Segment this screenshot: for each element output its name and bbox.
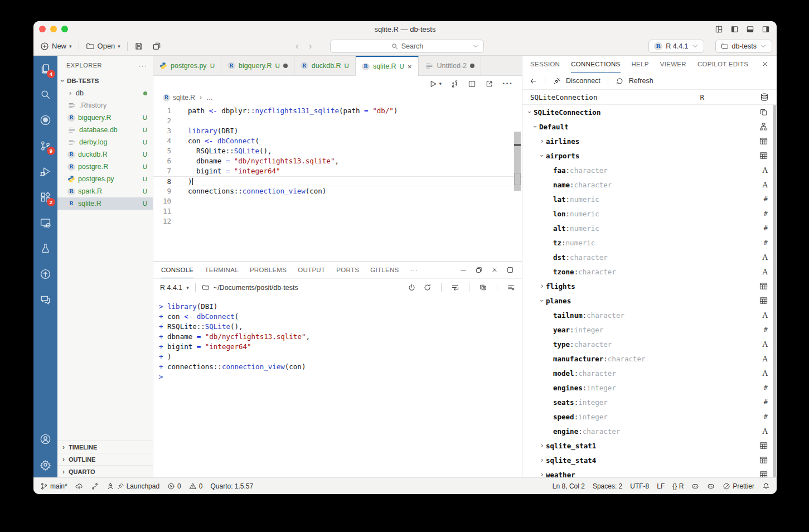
open-in-editor-icon[interactable] (479, 283, 487, 292)
code-line-3[interactable]: 3library(DBI) (153, 126, 522, 136)
activity-item-source-control[interactable]: 9 (33, 133, 57, 158)
chevron-down-icon[interactable]: › (531, 123, 539, 130)
panel-tab-ports[interactable]: PORTS (336, 262, 359, 278)
open-in-new-window-icon[interactable] (485, 80, 493, 88)
panel-tab-gitlens[interactable]: GITLENS (370, 262, 399, 278)
status-language-mode[interactable]: {} R (672, 482, 684, 490)
save-all-button[interactable] (148, 39, 166, 54)
section-quarto[interactable]: ›QUARTO (57, 465, 153, 477)
activity-item-extensions[interactable]: 2 (33, 184, 57, 210)
interpreter-selector[interactable]: R R 4.4.1 (648, 40, 704, 53)
chevron-down-icon[interactable]: › (526, 108, 534, 116)
code-editor[interactable]: 1path <- dbplyr::nycflights131_sqlite(pa… (153, 104, 522, 261)
close-window-button[interactable] (39, 26, 46, 32)
tree-row-name[interactable]: name : characterA (522, 177, 777, 192)
tree-row-lon[interactable]: lon : numeric# (522, 206, 777, 221)
console-runtime-label[interactable]: R 4.4.1 (160, 284, 182, 292)
panel-tabs-overflow[interactable]: ··· (410, 267, 419, 273)
tree-row-Default[interactable]: ›Default (522, 119, 777, 134)
chevron-down-icon[interactable]: › (538, 297, 546, 304)
activity-item-chat[interactable] (33, 287, 57, 312)
tree-row-manufacturer[interactable]: manufacturer : characterA (522, 351, 777, 366)
tree-row-weather[interactable]: ›weather (522, 467, 777, 477)
connection-header-row[interactable]: SQLiteConnection R (522, 89, 777, 105)
status-indentation[interactable]: Spaces: 2 (593, 482, 622, 490)
breadcrumb-file[interactable]: sqlite.R (173, 94, 195, 101)
code-line-5[interactable]: 5 RSQLite::SQLite(), (153, 146, 522, 156)
status-git-branch[interactable]: main* (40, 482, 67, 490)
console-output[interactable]: > library(DBI)+ con <- dbConnect(+ RSQLi… (153, 296, 522, 477)
tree-row-engines[interactable]: engines : integer# (522, 380, 777, 395)
more-actions-icon[interactable]: ··· (502, 79, 513, 89)
editor-tab-duckdb.R[interactable]: Rduckdb.RU (294, 56, 356, 75)
tree-row-model[interactable]: model : characterA (522, 366, 777, 380)
activity-item-remote-explorer[interactable] (33, 210, 57, 235)
status-encoding[interactable]: UTF-8 (630, 482, 649, 490)
editor-tab-Untitled-2[interactable]: Untitled-2 (419, 56, 482, 75)
code-line-7[interactable]: 7 bigint = "integer64" (153, 166, 522, 176)
new-button[interactable]: New ▾ (36, 39, 76, 54)
word-wrap-icon[interactable] (451, 283, 459, 292)
clear-console-icon[interactable] (507, 283, 515, 292)
activity-item-account[interactable] (33, 426, 57, 452)
code-line-9[interactable]: 9connections::connection_view(con) (153, 186, 522, 196)
status-notifications[interactable] (762, 482, 770, 490)
tree-row-flights[interactable]: ›flights (522, 279, 777, 293)
tree-row-lat[interactable]: lat : numeric# (522, 192, 777, 206)
file-item-postgres.py[interactable]: postgres.pyU (57, 173, 153, 185)
chevron-right-icon[interactable]: › (538, 282, 546, 290)
tree-row-airports[interactable]: ›airports (522, 148, 777, 163)
close-panel-icon[interactable] (491, 266, 498, 274)
section-outline[interactable]: ›OUTLINE (57, 453, 153, 465)
tree-row-tz[interactable]: tz : numeric# (522, 235, 777, 250)
tree-row-tailnum[interactable]: tailnum : characterA (522, 308, 777, 322)
file-item-sqlite.R[interactable]: Rsqlite.RU (57, 197, 153, 210)
tree-row-airlines[interactable]: ›airlines (522, 134, 777, 148)
activity-item-search[interactable] (33, 81, 57, 107)
status-eol[interactable]: LF (657, 482, 665, 490)
code-line-11[interactable]: 11 (153, 206, 522, 216)
code-line-12[interactable]: 12 (153, 216, 522, 226)
toggle-panel-icon[interactable] (746, 25, 754, 33)
status-prettier[interactable]: Prettier (723, 482, 754, 490)
navigate-forward-button[interactable]: › (309, 41, 312, 52)
navigate-back-button[interactable]: ‹ (295, 41, 299, 52)
file-item-spark.R[interactable]: Rspark.RU (57, 185, 153, 197)
run-dropdown-icon[interactable]: ▾ (439, 81, 442, 86)
refresh-button[interactable]: Refresh (629, 77, 653, 85)
tree-row-speed[interactable]: speed : integer# (522, 409, 777, 424)
zoom-window-button[interactable] (61, 26, 68, 32)
save-button[interactable] (130, 39, 148, 54)
section-timeline[interactable]: ›TIMELINE (57, 441, 153, 453)
secondary-tab-help[interactable]: HELP (632, 56, 649, 72)
code-line-8[interactable]: 8) (153, 176, 522, 186)
secondary-tab-copilot-edits[interactable]: COPILOT EDITS (697, 56, 748, 72)
code-line-6[interactable]: 6 dbname = "db/nycflights13.sqlite", (153, 156, 522, 166)
tree-row-type[interactable]: type : characterA (522, 337, 777, 351)
tree-row-faa[interactable]: faa : characterA (522, 163, 777, 177)
activity-item-github[interactable] (33, 107, 57, 133)
tree-row-engine[interactable]: engine : characterA (522, 424, 777, 438)
minimize-panel-icon[interactable] (459, 266, 467, 274)
secondary-tab-viewer[interactable]: VIEWER (660, 56, 686, 72)
restore-panel-icon[interactable] (475, 266, 483, 274)
explorer-root-folder[interactable]: › DB-TESTS (57, 75, 153, 87)
code-line-4[interactable]: 4con <- dbConnect( (153, 136, 522, 146)
status-publish-changes[interactable] (75, 482, 83, 490)
chevron-down-icon[interactable]: › (538, 152, 546, 159)
status-launchpad[interactable]: Launchpad (106, 482, 159, 490)
source-actions-icon[interactable] (450, 80, 459, 88)
tree-row-sqlite_stat1[interactable]: ›sqlite_stat1 (522, 438, 777, 453)
close-panel-icon[interactable] (761, 60, 769, 68)
shutdown-session-icon[interactable] (408, 283, 416, 292)
status-copilot[interactable] (691, 482, 699, 490)
secondary-tab-connections[interactable]: CONNECTIONS (571, 56, 620, 72)
status-errors[interactable]: 0 (167, 482, 181, 490)
tree-row-SQLiteConnection[interactable]: ›SQLiteConnection (522, 105, 777, 119)
file-item-postgre.R[interactable]: Rpostgre.RU (57, 161, 153, 173)
chevron-right-icon[interactable]: › (538, 471, 546, 477)
panel-tab-output[interactable]: OUTPUT (298, 262, 325, 278)
status-git-graph[interactable] (91, 482, 99, 490)
close-tab-icon[interactable]: × (408, 62, 412, 71)
maximize-panel-icon[interactable] (506, 266, 514, 274)
